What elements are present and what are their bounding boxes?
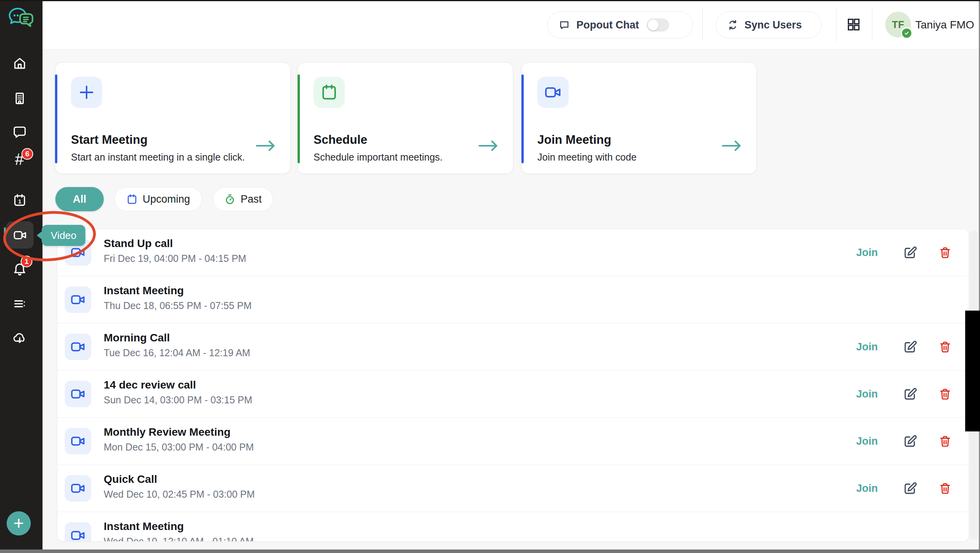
- meeting-actions: Join: [856, 465, 952, 512]
- calendar-icon: [314, 77, 345, 108]
- toggle-knob: [648, 19, 659, 30]
- filter-label: All: [73, 193, 87, 205]
- meeting-row[interactable]: Stand Up call Fri Dec 19, 04:00 PM - 04:…: [57, 229, 969, 276]
- popout-chat-toggle[interactable]: [647, 18, 669, 32]
- sidebar-item-home[interactable]: [6, 49, 33, 77]
- edit-icon[interactable]: [903, 340, 917, 354]
- card-accent-bar: [298, 74, 300, 163]
- card-title: Start Meeting: [71, 133, 147, 147]
- meeting-title: Morning Call: [104, 332, 170, 344]
- join-link[interactable]: Join: [856, 247, 878, 259]
- sidebar-item-office[interactable]: [6, 85, 33, 112]
- header-divider: [702, 8, 703, 41]
- user-name: Taniya FMO: [915, 0, 974, 49]
- video-camera-icon: [65, 334, 91, 360]
- filter-past[interactable]: Past: [213, 187, 273, 211]
- sync-users-label: Sync Users: [744, 19, 802, 31]
- sidebar-item-channels[interactable]: # 6: [6, 146, 33, 173]
- sidebar-item-downloads[interactable]: [6, 324, 33, 352]
- new-action-fab[interactable]: +: [7, 511, 31, 535]
- edit-icon[interactable]: [903, 481, 917, 496]
- meeting-row[interactable]: Monthly Review Meeting Mon Dec 15, 03:00…: [57, 417, 969, 465]
- join-link[interactable]: Join: [856, 388, 878, 400]
- filter-upcoming[interactable]: Upcoming: [114, 187, 202, 211]
- meeting-row[interactable]: Instant Meeting Thu Dec 18, 06:55 PM - 0…: [57, 276, 969, 323]
- sidebar-item-chat[interactable]: [6, 118, 33, 145]
- apps-grid-icon[interactable]: [845, 16, 862, 33]
- meeting-title: Monthly Review Meeting: [104, 426, 230, 438]
- meeting-actions: Join: [856, 418, 952, 465]
- meeting-title: Quick Call: [104, 473, 157, 486]
- top-bar: Popout Chat Sync Users TF: [43, 0, 980, 49]
- card-subtitle: Schedule important meetings.: [314, 152, 443, 163]
- edit-icon[interactable]: [903, 387, 917, 401]
- trash-icon[interactable]: [938, 435, 952, 448]
- sidebar-item-calendar[interactable]: 1: [6, 186, 33, 214]
- meeting-row[interactable]: Morning Call Tue Dec 16, 12:04 AM - 12:1…: [57, 323, 969, 370]
- arrow-right-icon[interactable]: [477, 138, 500, 154]
- meeting-time: Wed Dec 10, 12:10 AM - 01:10 AM: [104, 536, 253, 542]
- popout-chat-label: Popout Chat: [576, 19, 639, 31]
- edit-icon[interactable]: [903, 246, 917, 260]
- meeting-list: Stand Up call Fri Dec 19, 04:00 PM - 04:…: [57, 229, 969, 542]
- meeting-row[interactable]: Instant Meeting Wed Dec 10, 12:10 AM - 0…: [57, 512, 969, 542]
- calendar-icon: [126, 194, 138, 205]
- join-link[interactable]: Join: [856, 482, 878, 495]
- header-divider: [872, 8, 872, 41]
- popout-chat-button[interactable]: Popout Chat: [547, 11, 693, 39]
- sync-users-button[interactable]: Sync Users: [716, 11, 822, 39]
- meeting-row[interactable]: 14 dec review call Sun Dec 14, 03:00 PM …: [57, 370, 969, 417]
- video-camera-icon: [65, 286, 91, 313]
- header-divider: [836, 8, 836, 41]
- trash-icon[interactable]: [938, 482, 952, 495]
- avatar[interactable]: TF: [885, 12, 911, 37]
- trash-icon[interactable]: [938, 387, 952, 401]
- meeting-actions: Join: [856, 371, 952, 417]
- video-camera-icon: [65, 475, 91, 502]
- schedule-card[interactable]: Schedule Schedule important meetings.: [298, 62, 513, 174]
- card-accent-bar: [55, 74, 57, 163]
- meeting-time: Tue Dec 16, 12:04 AM - 12:19 AM: [104, 347, 250, 359]
- app-window: Popout Chat Sync Users TF: [0, 0, 980, 553]
- channels-badge: 6: [21, 148, 33, 160]
- building-icon: [12, 91, 27, 106]
- meeting-time: Sun Dec 14, 03:00 PM - 03:15 PM: [104, 394, 252, 406]
- meeting-time: Thu Dec 18, 06:55 PM - 07:55 PM: [104, 300, 252, 311]
- chat-bubble-icon: [12, 125, 27, 139]
- card-title: Join Meeting: [537, 133, 611, 147]
- trash-icon[interactable]: [938, 340, 952, 354]
- meeting-time: Wed Dec 10, 02:45 PM - 03:00 PM: [104, 489, 255, 500]
- app-logo[interactable]: [6, 5, 35, 34]
- calendar-icon: 1: [12, 193, 27, 207]
- sidebar: # 6 1 1 +: [0, 0, 43, 553]
- menu-lines-icon: [12, 297, 27, 311]
- meeting-row[interactable]: Quick Call Wed Dec 10, 02:45 PM - 03:00 …: [57, 465, 969, 512]
- card-title: Schedule: [314, 133, 367, 147]
- edit-icon[interactable]: [903, 434, 917, 449]
- join-meeting-card[interactable]: Join Meeting Join meeting with code: [521, 62, 757, 174]
- meeting-title: 14 dec review call: [104, 379, 196, 391]
- arrow-right-icon[interactable]: [254, 138, 277, 154]
- join-link[interactable]: Join: [856, 341, 878, 353]
- arrow-right-icon[interactable]: [720, 138, 743, 154]
- video-camera-icon: [537, 77, 569, 108]
- chat-bubble-icon: [558, 19, 570, 31]
- filter-label: Past: [241, 193, 262, 205]
- filter-label: Upcoming: [143, 193, 190, 205]
- stopwatch-icon: [224, 194, 236, 205]
- meeting-title: Instant Meeting: [104, 520, 184, 533]
- video-camera-icon: [65, 522, 91, 542]
- redaction-box: [965, 311, 980, 431]
- join-link[interactable]: Join: [856, 435, 878, 447]
- meeting-title: Instant Meeting: [104, 284, 184, 297]
- card-subtitle: Start an instant meeting in a single cli…: [71, 152, 245, 163]
- window-bottom-edge: [0, 549, 980, 553]
- sidebar-item-menu[interactable]: [6, 290, 33, 317]
- card-subtitle: Join meeting with code: [537, 152, 636, 163]
- meeting-actions: Join: [856, 229, 952, 276]
- trash-icon[interactable]: [938, 246, 952, 260]
- meeting-time: Mon Dec 15, 03:00 PM - 04:00 PM: [104, 442, 254, 453]
- filter-all[interactable]: All: [55, 187, 104, 211]
- start-meeting-card[interactable]: Start Meeting Start an instant meeting i…: [55, 62, 291, 174]
- svg-text:1: 1: [18, 198, 21, 204]
